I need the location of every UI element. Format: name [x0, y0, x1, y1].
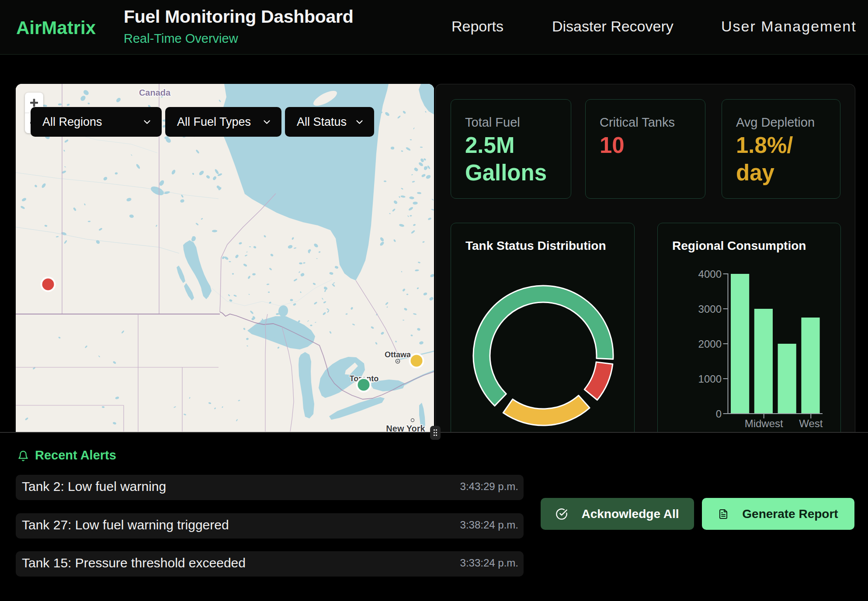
- svg-text:Canada: Canada: [139, 88, 171, 97]
- svg-text:New York: New York: [386, 424, 425, 432]
- svg-text:2000: 2000: [698, 338, 722, 350]
- svg-text:Midwest: Midwest: [745, 418, 783, 429]
- svg-text:West: West: [799, 418, 823, 429]
- svg-text:4000: 4000: [698, 268, 722, 280]
- svg-text:Ottawa: Ottawa: [385, 350, 411, 359]
- svg-text:1000: 1000: [698, 373, 722, 385]
- svg-text:3000: 3000: [698, 303, 722, 315]
- svg-text:0: 0: [716, 408, 722, 420]
